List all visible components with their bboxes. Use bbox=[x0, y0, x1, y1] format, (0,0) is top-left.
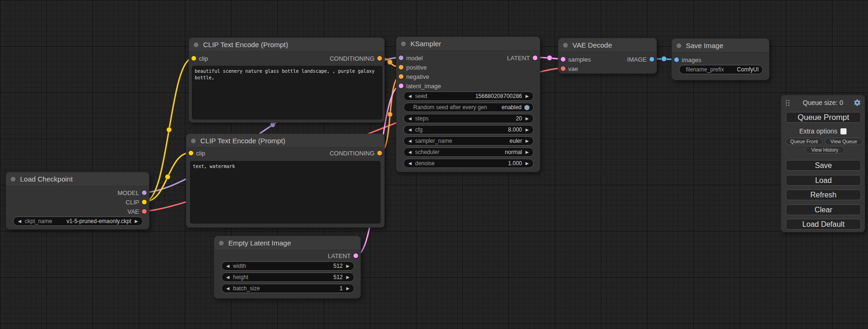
widget-label: height bbox=[233, 274, 248, 280]
widget-cfg[interactable]: ◀ cfg 8.000 ▶ bbox=[403, 125, 534, 134]
input-dot-vae[interactable] bbox=[561, 66, 565, 71]
arrow-left-icon[interactable]: ◀ bbox=[17, 217, 22, 225]
input-label: positive bbox=[406, 64, 427, 71]
node-collapse-dot[interactable] bbox=[219, 241, 224, 245]
widget-batch-size[interactable]: ◀ batch_size 1 ▶ bbox=[221, 284, 354, 293]
input-dot-positive[interactable] bbox=[399, 65, 403, 70]
view-queue-button[interactable]: View Queue bbox=[825, 138, 863, 145]
arrow-right-icon[interactable]: ▶ bbox=[346, 273, 350, 281]
widget-value: enabled bbox=[501, 104, 522, 111]
output-dot-clip[interactable] bbox=[142, 200, 147, 204]
node-title: CLIP Text Encode (Prompt) bbox=[200, 134, 285, 147]
view-history-button[interactable]: View History bbox=[805, 146, 845, 154]
node-empty-latent-image[interactable]: Empty Latent Image LATENT ◀ width 512 ▶ … bbox=[214, 236, 361, 299]
arrow-right-icon[interactable]: ▶ bbox=[525, 137, 529, 145]
load-button[interactable]: Load bbox=[786, 175, 861, 186]
widget-scheduler[interactable]: ◀ scheduler normal ▶ bbox=[403, 147, 534, 157]
input-dot-latent-image[interactable] bbox=[399, 84, 403, 88]
node-collapse-dot[interactable] bbox=[677, 43, 681, 48]
widget-width[interactable]: ◀ width 512 ▶ bbox=[221, 261, 354, 271]
output-slot-clip: CLIP bbox=[126, 197, 147, 207]
arrow-left-icon[interactable]: ◀ bbox=[408, 137, 412, 145]
input-dot-samples[interactable] bbox=[561, 57, 565, 62]
arrow-right-icon[interactable]: ▶ bbox=[346, 284, 350, 293]
node-collapse-dot[interactable] bbox=[191, 139, 196, 143]
save-button[interactable]: Save bbox=[786, 160, 861, 171]
node-title-bar[interactable]: Load Checkpoint bbox=[6, 172, 149, 186]
arrow-left-icon[interactable]: ◀ bbox=[408, 159, 412, 168]
arrow-right-icon[interactable]: ▶ bbox=[346, 262, 350, 270]
node-title-bar[interactable]: Save Image bbox=[672, 39, 769, 53]
output-dot-model[interactable] bbox=[142, 190, 147, 195]
node-ksampler[interactable]: KSampler model positive negative latent_… bbox=[396, 36, 540, 172]
toggle-dot[interactable] bbox=[524, 105, 529, 110]
settings-gear-icon[interactable] bbox=[854, 99, 861, 106]
output-dot-image[interactable] bbox=[649, 57, 654, 62]
input-dot-model[interactable] bbox=[399, 56, 403, 60]
output-dot-vae[interactable] bbox=[142, 209, 147, 214]
node-title-bar[interactable]: Empty Latent Image bbox=[214, 236, 360, 250]
widget-sampler-name[interactable]: ◀ sampler_name euler ▶ bbox=[403, 136, 534, 146]
widget-seed[interactable]: ◀ seed 156680208700286 ▶ bbox=[403, 91, 534, 101]
arrow-left-icon[interactable]: ◀ bbox=[226, 284, 230, 293]
node-title-bar[interactable]: CLIP Text Encode (Prompt) bbox=[189, 38, 384, 52]
node-save-image[interactable]: Save Image images filename_prefix ComfyU… bbox=[671, 38, 769, 80]
output-slot-conditioning: CONDITIONING bbox=[330, 54, 382, 63]
link-middle-dot bbox=[547, 56, 552, 61]
widget-steps[interactable]: ◀ steps 20 ▶ bbox=[403, 114, 534, 123]
node-clip-text-encode-negative[interactable]: CLIP Text Encode (Prompt) clip CONDITION… bbox=[186, 133, 385, 228]
arrow-left-icon[interactable]: ◀ bbox=[226, 262, 230, 270]
node-collapse-dot[interactable] bbox=[563, 43, 568, 48]
link-middle-dot bbox=[167, 127, 172, 133]
node-clip-text-encode-positive[interactable]: CLIP Text Encode (Prompt) clip CONDITION… bbox=[189, 37, 385, 123]
input-dot-clip[interactable] bbox=[189, 151, 193, 155]
output-dot-conditioning[interactable] bbox=[377, 151, 382, 155]
arrow-right-icon[interactable]: ▶ bbox=[525, 92, 529, 100]
output-label: LATENT bbox=[507, 55, 530, 62]
negative-prompt-textarea[interactable]: text, watermark bbox=[190, 161, 381, 224]
node-title-bar[interactable]: KSampler bbox=[396, 37, 540, 51]
arrow-left-icon[interactable]: ◀ bbox=[226, 273, 230, 281]
queue-front-button[interactable]: Queue Front bbox=[785, 138, 823, 145]
queue-prompt-button[interactable]: Queue Prompt bbox=[786, 112, 861, 123]
widget-height[interactable]: ◀ height 512 ▶ bbox=[221, 273, 354, 282]
arrow-left-icon[interactable]: ◀ bbox=[408, 126, 412, 134]
arrow-right-icon[interactable]: ▶ bbox=[525, 159, 529, 168]
link-middle-dot bbox=[662, 56, 667, 62]
node-collapse-dot[interactable] bbox=[194, 42, 198, 47]
arrow-right-icon[interactable]: ▶ bbox=[134, 217, 139, 225]
node-title-bar[interactable]: CLIP Text Encode (Prompt) bbox=[186, 134, 384, 148]
arrow-left-icon[interactable]: ◀ bbox=[408, 92, 412, 100]
widget-label: scheduler bbox=[415, 149, 439, 155]
queue-panel-header: Queue size: 0 bbox=[781, 98, 865, 107]
widget-filename-prefix[interactable]: filename_prefix ComfyUI bbox=[679, 65, 763, 74]
clear-button[interactable]: Clear bbox=[786, 204, 861, 215]
arrow-right-icon[interactable]: ▶ bbox=[525, 148, 529, 156]
arrow-left-icon[interactable]: ◀ bbox=[408, 148, 412, 156]
positive-prompt-textarea[interactable]: beautiful scenery nature glass bottle la… bbox=[192, 66, 382, 119]
extra-options-checkbox[interactable] bbox=[840, 128, 847, 134]
input-dot-clip[interactable] bbox=[191, 56, 196, 61]
input-dot-images[interactable] bbox=[674, 57, 679, 62]
arrow-left-icon[interactable]: ◀ bbox=[408, 114, 412, 123]
node-vae-decode[interactable]: VAE Decode samples vae IMAGE bbox=[558, 38, 657, 74]
refresh-button[interactable]: Refresh bbox=[786, 189, 861, 200]
output-dot-conditioning[interactable] bbox=[377, 56, 382, 61]
widget-ckpt-name[interactable]: ◀ ckpt_name v1-5-pruned-emaonly.ckpt ▶ bbox=[13, 217, 143, 226]
widget-denoise[interactable]: ◀ denoise 1.000 ▶ bbox=[403, 159, 534, 168]
node-collapse-dot[interactable] bbox=[401, 42, 406, 46]
output-dot-latent[interactable] bbox=[533, 56, 537, 60]
input-label: vae bbox=[568, 65, 578, 72]
node-load-checkpoint[interactable]: Load Checkpoint MODEL CLIP VAE ◀ ckpt_na… bbox=[6, 172, 149, 230]
node-title-bar[interactable]: VAE Decode bbox=[558, 38, 656, 52]
node-collapse-dot[interactable] bbox=[11, 177, 15, 182]
widget-random-seed-toggle[interactable]: Random seed after every gen enabled bbox=[403, 103, 534, 112]
widget-label: ckpt_name bbox=[25, 218, 52, 224]
link-middle-dot bbox=[388, 60, 393, 65]
arrow-right-icon[interactable]: ▶ bbox=[525, 114, 529, 123]
output-dot-latent[interactable] bbox=[353, 253, 358, 258]
load-default-button[interactable]: Load Default bbox=[786, 219, 861, 230]
arrow-right-icon[interactable]: ▶ bbox=[525, 126, 529, 134]
input-dot-negative[interactable] bbox=[399, 74, 403, 79]
output-label: MODEL bbox=[118, 189, 139, 196]
